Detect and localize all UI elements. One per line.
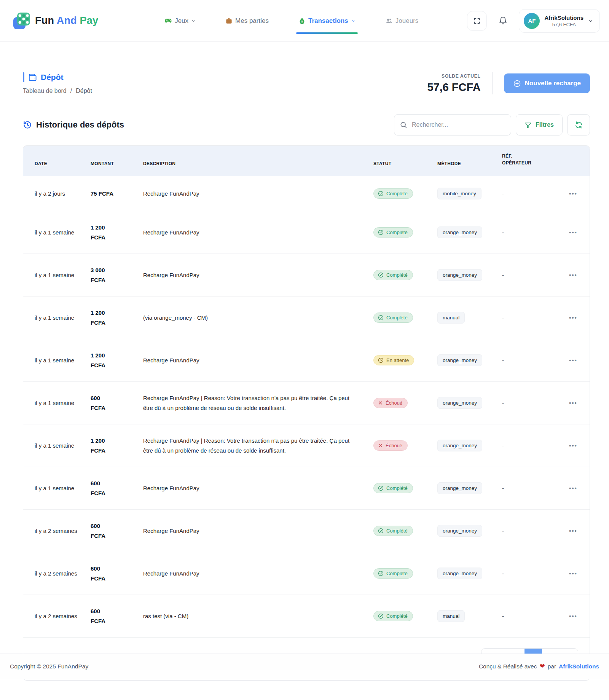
page-title-block: Dépôt Tableau de bord / Dépôt xyxy=(23,72,92,94)
cell-actions: ••• xyxy=(560,382,590,424)
row-actions-menu-icon[interactable]: ••• xyxy=(569,229,577,236)
svg-text:$: $ xyxy=(301,20,303,23)
brand-name: Fun And Pay xyxy=(35,15,98,27)
breadcrumb-current: Dépôt xyxy=(76,88,92,94)
copyright-text: Copyright © 2025 FunAndPay xyxy=(10,663,88,670)
nav-item-joueurs[interactable]: Joueurs xyxy=(384,13,419,29)
cell-date: il y a 1 semaine xyxy=(23,382,91,424)
search-box xyxy=(394,114,511,136)
funnel-icon xyxy=(525,121,532,129)
deposits-table-card: DATE MONTANT DESCRIPTION STATUT MÉTHODE … xyxy=(23,145,590,681)
players-icon xyxy=(385,18,393,24)
table-row[interactable]: il y a 2 semaines 600 FCFA Recharge FunA… xyxy=(23,552,590,595)
x-icon xyxy=(378,443,383,448)
col-header-description: DESCRIPTION xyxy=(143,146,373,176)
status-label: En attente xyxy=(386,357,409,363)
row-actions-menu-icon[interactable]: ••• xyxy=(569,485,577,491)
cell-status: Complété xyxy=(373,595,437,638)
cell-amount: 1 200 FCFA xyxy=(91,424,143,467)
balance-label: SOLDE ACTUEL xyxy=(427,73,480,79)
section-header-row: Historique des dépôts Filtres xyxy=(23,114,590,136)
status-label: Complété xyxy=(386,485,408,491)
table-row[interactable]: il y a 1 semaine 1 200 FCFA (via orange_… xyxy=(23,297,590,339)
cell-actions: ••• xyxy=(560,552,590,595)
table-row[interactable]: il y a 2 semaines 600 FCFA ras test (via… xyxy=(23,595,590,638)
wallet-icon xyxy=(28,73,37,82)
cell-date: il y a 1 semaine xyxy=(23,211,91,254)
cell-status: Complété xyxy=(373,211,437,254)
gamepad-icon xyxy=(164,17,172,25)
search-input[interactable] xyxy=(394,114,511,136)
table-row[interactable]: il y a 1 semaine 1 200 FCFA Recharge Fun… xyxy=(23,424,590,467)
cell-ref-operateur: - xyxy=(502,552,560,595)
check-circle-icon xyxy=(378,272,384,278)
col-header-date: DATE xyxy=(23,146,91,176)
cell-method: orange_money xyxy=(437,339,502,382)
cell-status: Complété xyxy=(373,552,437,595)
nav-item-jeux[interactable]: Jeux xyxy=(164,13,196,29)
cell-actions: ••• xyxy=(560,176,590,211)
status-badge: Complété xyxy=(373,227,413,238)
row-actions-menu-icon[interactable]: ••• xyxy=(569,528,577,534)
cell-method: orange_money xyxy=(437,382,502,424)
main-content: Dépôt Tableau de bord / Dépôt SOLDE ACTU… xyxy=(0,72,609,681)
check-circle-icon xyxy=(378,613,384,619)
check-circle-icon xyxy=(378,528,384,534)
filters-button[interactable]: Filtres xyxy=(516,114,563,136)
row-actions-menu-icon[interactable]: ••• xyxy=(569,400,577,406)
table-row[interactable]: il y a 2 jours 75 FCFA Recharge FunAndPa… xyxy=(23,176,590,211)
col-header-montant: MONTANT xyxy=(91,146,143,176)
row-actions-menu-icon[interactable]: ••• xyxy=(569,613,577,619)
col-header-actions xyxy=(560,146,590,176)
afriksolutions-link[interactable]: AfrikSolutions xyxy=(559,663,599,670)
row-actions-menu-icon[interactable]: ••• xyxy=(569,272,577,278)
user-menu[interactable]: AF AfrikSolutions 57,6 FCFA xyxy=(519,9,600,33)
col-header-ref-operateur: RÉF. OPÉRATEUR xyxy=(502,146,560,176)
status-label: Complété xyxy=(386,528,408,534)
row-actions-menu-icon[interactable]: ••• xyxy=(569,357,577,364)
cell-status: Complété xyxy=(373,297,437,339)
status-badge: Échoué xyxy=(373,398,408,408)
brand-logo[interactable]: Fun And Pay xyxy=(13,12,127,30)
table-row[interactable]: il y a 1 semaine 600 FCFA Recharge FunAn… xyxy=(23,382,590,424)
check-circle-icon xyxy=(378,571,384,576)
cell-status: Complété xyxy=(373,510,437,552)
new-recharge-button[interactable]: Nouvelle recharge xyxy=(504,73,590,93)
nav-item-mes-parties[interactable]: Mes parties xyxy=(225,13,269,29)
row-actions-menu-icon[interactable]: ••• xyxy=(569,314,577,321)
breadcrumb-home[interactable]: Tableau de bord xyxy=(23,88,67,94)
notifications-button[interactable] xyxy=(495,11,510,31)
refresh-button[interactable] xyxy=(567,114,590,136)
site-footer: Copyright © 2025 FunAndPay Conçu & Réali… xyxy=(0,654,609,679)
cell-date: il y a 1 semaine xyxy=(23,339,91,382)
col-header-statut: STATUT xyxy=(373,146,437,176)
new-recharge-label: Nouvelle recharge xyxy=(525,80,581,87)
cell-amount: 3 000 FCFA xyxy=(91,254,143,297)
cell-status: En attente xyxy=(373,339,437,382)
cell-method: manual xyxy=(437,297,502,339)
check-circle-icon xyxy=(378,230,384,235)
active-tab-underline xyxy=(296,32,358,34)
section-title: Historique des dépôts xyxy=(23,120,124,130)
cell-description: Recharge FunAndPay xyxy=(143,552,373,595)
row-actions-menu-icon[interactable]: ••• xyxy=(569,190,577,197)
table-row[interactable]: il y a 1 semaine 3 000 FCFA Recharge Fun… xyxy=(23,254,590,297)
fullscreen-button[interactable] xyxy=(467,11,487,31)
cell-ref-operateur: - xyxy=(502,339,560,382)
cell-amount: 600 FCFA xyxy=(91,595,143,638)
row-actions-menu-icon[interactable]: ••• xyxy=(569,442,577,449)
cell-ref-operateur: - xyxy=(502,424,560,467)
cell-description: Recharge FunAndPay xyxy=(143,510,373,552)
table-row[interactable]: il y a 1 semaine 1 200 FCFA Recharge Fun… xyxy=(23,211,590,254)
status-label: Complété xyxy=(386,272,408,278)
cell-date: il y a 1 semaine xyxy=(23,467,91,510)
cell-description: Recharge FunAndPay xyxy=(143,211,373,254)
row-actions-menu-icon[interactable]: ••• xyxy=(569,570,577,577)
nav-item-transactions[interactable]: $ Transactions xyxy=(298,13,356,29)
table-row[interactable]: il y a 1 semaine 1 200 FCFA Recharge Fun… xyxy=(23,339,590,382)
table-row[interactable]: il y a 1 semaine 600 FCFA Recharge FunAn… xyxy=(23,467,590,510)
table-row[interactable]: il y a 2 semaines 600 FCFA Recharge FunA… xyxy=(23,510,590,552)
title-accent-bar xyxy=(23,72,24,82)
user-name: AfrikSolutions xyxy=(544,14,583,21)
cell-description: Recharge FunAndPay | Reason: Votre trans… xyxy=(143,382,373,424)
